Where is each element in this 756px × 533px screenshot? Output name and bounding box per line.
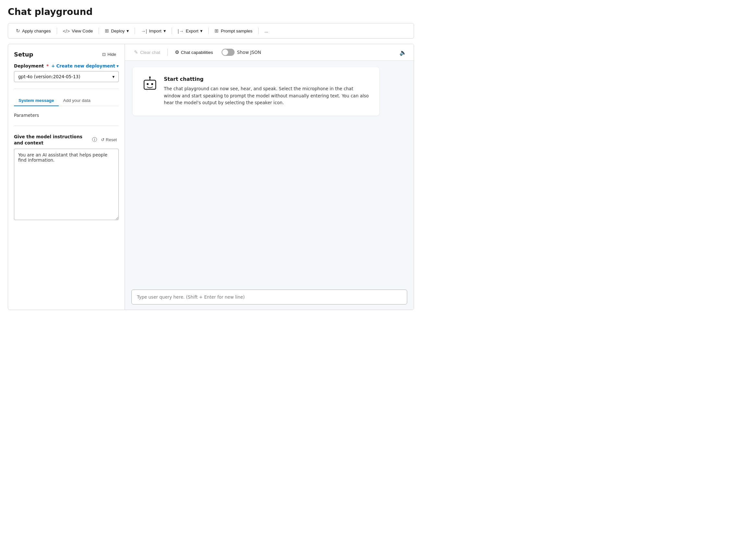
view-code-icon: </>: [63, 28, 70, 34]
deployment-label-text: Deployment: [14, 63, 44, 69]
start-chatting-title: Start chatting: [164, 76, 370, 82]
page-title: Chat playground: [8, 7, 414, 17]
svg-point-1: [147, 83, 148, 85]
info-icon[interactable]: ⓘ: [92, 137, 97, 143]
parameters-label: Parameters: [14, 113, 39, 118]
deployment-selected-value: gpt-4o (version:2024-05-13): [18, 74, 80, 79]
hide-label: Hide: [107, 52, 116, 57]
chat-input-box: [131, 290, 407, 304]
instructions-label: Give the model instructions and context: [14, 134, 92, 146]
deployment-select[interactable]: gpt-4o (version:2024-05-13) ▾: [14, 71, 119, 82]
divider-2: [14, 126, 119, 126]
prompt-samples-button[interactable]: ⊞ Prompt samples: [211, 26, 256, 36]
toolbar-separator-1: [57, 28, 57, 34]
svg-point-2: [151, 83, 153, 85]
prompt-samples-icon: ⊞: [214, 28, 219, 34]
start-chatting-content: Start chatting The chat playground can n…: [164, 76, 370, 106]
toolbar: ↻ Apply changes </> View Code ⊞ Deploy ▾…: [8, 23, 414, 39]
setup-panel: Setup ⊡ Hide Deployment * + Create new d…: [8, 44, 125, 310]
view-code-button[interactable]: </> View Code: [60, 26, 96, 36]
toolbar-separator-5: [208, 28, 209, 34]
tab-system-message-label: System message: [18, 98, 54, 103]
deployment-section: Deployment * + Create new deployment ▾ g…: [14, 63, 119, 82]
instructions-header: Give the model instructions and context …: [14, 134, 119, 146]
deployment-label-row: Deployment * + Create new deployment ▾: [14, 63, 119, 69]
show-json-toggle[interactable]: [222, 49, 234, 56]
gear-icon: ⚙: [175, 49, 179, 55]
instructions-actions: ⓘ ↺ Reset: [92, 136, 119, 143]
show-json-label: Show JSON: [237, 50, 261, 55]
required-star: *: [46, 63, 49, 69]
svg-point-4: [149, 77, 151, 78]
create-deployment-label: Create new deployment: [56, 63, 115, 69]
deploy-button[interactable]: ⊞ Deploy ▾: [101, 26, 132, 36]
parameters-link[interactable]: Parameters: [14, 111, 119, 119]
toolbar-separator-4: [172, 28, 172, 34]
export-label: Export: [186, 29, 198, 33]
export-icon: |→: [178, 28, 184, 34]
clear-chat-icon: ✎: [134, 49, 138, 55]
toggle-group: Show JSON: [222, 49, 261, 56]
chat-toolbar-separator: [167, 49, 168, 56]
chat-input[interactable]: [137, 295, 402, 300]
tab-add-your-data[interactable]: Add your data: [59, 96, 95, 106]
import-chevron-icon: ▾: [164, 28, 166, 33]
speaker-icon[interactable]: 🔈: [397, 48, 409, 57]
apply-changes-button[interactable]: ↻ Apply changes: [13, 26, 54, 36]
tab-system-message[interactable]: System message: [14, 96, 59, 106]
apply-changes-icon: ↻: [16, 28, 20, 34]
chat-panel: ✎ Clear chat ⚙ Chat capabilities Show JS…: [125, 44, 414, 310]
reset-label: Reset: [106, 137, 117, 142]
setup-header: Setup ⊡ Hide: [14, 51, 119, 58]
toolbar-separator-6: [258, 28, 258, 34]
deploy-label: Deploy: [111, 29, 124, 33]
system-message-textarea[interactable]: You are an AI assistant that helps peopl…: [14, 149, 119, 220]
create-deployment-chevron: ▾: [117, 63, 119, 69]
reset-icon: ↺: [101, 137, 104, 142]
tabs: System message Add your data: [14, 96, 119, 106]
clear-chat-label: Clear chat: [140, 50, 160, 55]
clear-chat-button[interactable]: ✎ Clear chat: [130, 47, 164, 57]
import-icon: →|: [141, 28, 147, 34]
setup-title: Setup: [14, 51, 33, 58]
hide-button[interactable]: ⊡ Hide: [100, 51, 119, 58]
chat-toolbar: ✎ Clear chat ⚙ Chat capabilities Show JS…: [125, 44, 414, 61]
export-chevron-icon: ▾: [200, 28, 202, 33]
tab-add-your-data-label: Add your data: [63, 98, 91, 103]
toolbar-separator-2: [99, 28, 99, 34]
import-label: Import: [149, 29, 161, 33]
plus-icon: +: [51, 63, 55, 69]
robot-icon: [142, 76, 158, 93]
more-options-label: ...: [264, 29, 268, 33]
prompt-samples-label: Prompt samples: [221, 29, 253, 33]
instructions-section: Give the model instructions and context …: [14, 134, 119, 220]
view-code-label: View Code: [72, 29, 93, 33]
apply-changes-label: Apply changes: [22, 29, 51, 33]
deploy-icon: ⊞: [105, 28, 109, 34]
chat-capabilities-label: Chat capabilities: [181, 50, 213, 55]
start-chatting-card: Start chatting The chat playground can n…: [133, 67, 379, 116]
export-button[interactable]: |→ Export ▾: [175, 26, 206, 36]
deploy-chevron-icon: ▾: [126, 28, 129, 33]
divider-1: [14, 89, 119, 89]
toolbar-separator-3: [135, 28, 135, 34]
reset-button[interactable]: ↺ Reset: [99, 136, 119, 143]
create-deployment-link[interactable]: + Create new deployment ▾: [51, 63, 119, 69]
chat-main: Start chatting The chat playground can n…: [125, 61, 414, 286]
import-button[interactable]: →| Import ▾: [138, 26, 169, 36]
chat-input-area: [125, 286, 414, 310]
hide-icon: ⊡: [102, 52, 106, 57]
start-chatting-desc: The chat playground can now see, hear, a…: [164, 85, 370, 106]
deployment-select-chevron-icon: ▾: [112, 74, 115, 79]
main-area: Setup ⊡ Hide Deployment * + Create new d…: [8, 44, 414, 310]
chat-capabilities-button[interactable]: ⚙ Chat capabilities: [171, 47, 217, 57]
more-options-button[interactable]: ...: [261, 27, 271, 35]
